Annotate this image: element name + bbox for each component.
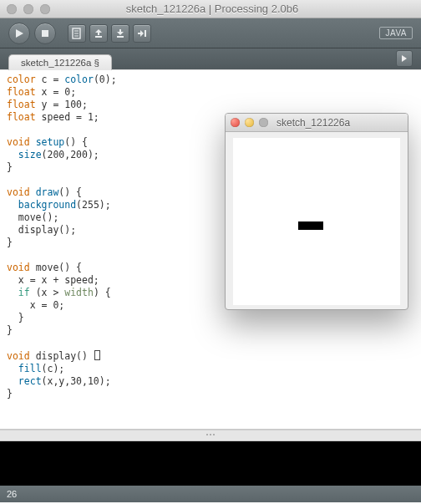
divider-grip[interactable]	[0, 430, 421, 440]
traffic-lights	[7, 4, 50, 14]
play-icon	[14, 28, 24, 38]
run-button[interactable]	[8, 23, 30, 44]
minimize-dot[interactable]	[23, 4, 33, 14]
window-title: sketch_121226a | Processing 2.0b6	[50, 3, 374, 15]
stop-icon	[41, 29, 49, 38]
sketch-minimize-button[interactable]	[245, 118, 254, 127]
sketch-output-window: sketch_121226a	[225, 113, 408, 310]
sketch-canvas	[233, 138, 400, 305]
sketch-zoom-button[interactable]	[259, 118, 268, 127]
line-number: 26	[7, 489, 17, 499]
svg-marker-0	[16, 29, 23, 38]
up-arrow-icon	[94, 28, 104, 38]
sketch-window-title: sketch_121226a	[276, 117, 350, 129]
save-button[interactable]	[111, 24, 129, 43]
right-caret-icon	[400, 54, 408, 63]
sketch-close-button[interactable]	[231, 118, 240, 127]
down-arrow-icon	[115, 28, 125, 38]
grip-icon	[204, 434, 217, 438]
mode-selector[interactable]: JAVA	[379, 27, 413, 39]
console[interactable]	[0, 440, 421, 486]
tab-bar: sketch_121226a §	[0, 48, 421, 70]
stop-button[interactable]	[34, 23, 56, 44]
sketch-window-titlebar[interactable]: sketch_121226a	[226, 114, 408, 132]
status-bar: 26	[0, 486, 421, 502]
svg-rect-11	[145, 30, 146, 37]
svg-marker-10	[138, 30, 144, 37]
cursor	[94, 350, 100, 360]
sketch-tab[interactable]: sketch_121226a §	[8, 54, 112, 70]
svg-marker-6	[95, 29, 102, 35]
svg-marker-12	[402, 55, 407, 62]
svg-marker-8	[117, 29, 124, 35]
open-button[interactable]	[89, 24, 108, 43]
svg-rect-7	[95, 36, 102, 38]
tab-menu-button[interactable]	[396, 50, 413, 67]
zoom-dot[interactable]	[40, 4, 50, 14]
svg-rect-1	[42, 30, 48, 37]
window-titlebar: sketch_121226a | Processing 2.0b6	[0, 0, 421, 18]
svg-rect-9	[117, 36, 124, 38]
sketch-rect	[298, 221, 323, 230]
new-button[interactable]	[68, 24, 86, 43]
right-arrow-icon	[137, 28, 147, 38]
toolbar: JAVA	[0, 18, 421, 48]
close-dot[interactable]	[7, 4, 17, 14]
file-icon	[72, 28, 82, 39]
export-button[interactable]	[133, 24, 151, 43]
